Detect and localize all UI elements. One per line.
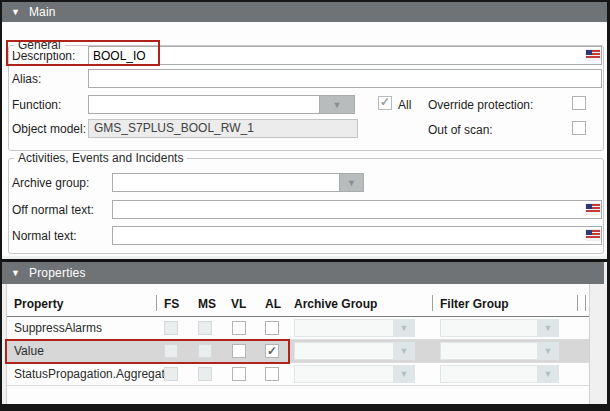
- function-combobox-value[interactable]: [88, 95, 319, 114]
- dropdown-button[interactable]: ▼: [537, 319, 559, 337]
- function-combobox[interactable]: ▼: [88, 95, 355, 114]
- collapse-icon[interactable]: ▼: [11, 8, 20, 17]
- dropdown-arrow-icon: ▼: [544, 369, 553, 379]
- fs-checkbox: [164, 344, 178, 358]
- archive-group-dropdown-button[interactable]: ▼: [339, 173, 364, 192]
- dropdown-arrow-icon: ▼: [400, 346, 409, 356]
- column-header-vl: VL: [231, 297, 246, 311]
- alias-label: Alias:: [12, 72, 41, 86]
- language-flag-icon: [586, 204, 600, 214]
- all-checkbox-label: All: [398, 98, 411, 112]
- fs-checkbox: [164, 367, 178, 381]
- filter-group-cell-combobox[interactable]: ▼: [440, 342, 559, 360]
- al-checkbox[interactable]: [265, 321, 279, 335]
- vl-checkbox[interactable]: [232, 367, 246, 381]
- property-name: SuppressAlarms: [14, 321, 102, 335]
- dropdown-button[interactable]: ▼: [393, 342, 415, 360]
- column-header-filter-group: Filter Group: [440, 297, 509, 311]
- filter-group-cell-combobox[interactable]: ▼: [440, 365, 559, 383]
- archive-group-combobox-value[interactable]: [112, 173, 339, 192]
- archive-group-cell-combobox[interactable]: ▼: [294, 342, 415, 360]
- filter-group-cell-combobox[interactable]: ▼: [440, 319, 559, 337]
- properties-table: Property FS MS VL AL Archive Group Filte…: [6, 284, 590, 404]
- ms-checkbox: [198, 367, 212, 381]
- al-checkbox[interactable]: [265, 367, 279, 381]
- dropdown-button[interactable]: ▼: [393, 365, 415, 383]
- column-separator: [577, 295, 578, 311]
- column-header-al: AL: [265, 297, 281, 311]
- panel-content: ▼ Main General Description: Alias: Funct…: [2, 2, 607, 404]
- filter-group-cell-value[interactable]: [440, 365, 537, 383]
- filter-group-cell-value[interactable]: [440, 319, 537, 337]
- out-of-scan-label: Out of scan:: [428, 123, 493, 137]
- activities-group-label: Activities, Events and Incidents: [14, 151, 187, 165]
- out-of-scan-checkbox[interactable]: [572, 121, 586, 135]
- dropdown-button[interactable]: ▼: [537, 342, 559, 360]
- archive-group-cell-value[interactable]: [294, 342, 393, 360]
- archive-group-cell-value[interactable]: [294, 365, 393, 383]
- object-model-field: GMS_S7PLUS_BOOL_RW_1: [88, 119, 358, 138]
- dropdown-arrow-icon: ▼: [333, 100, 342, 110]
- override-protection-checkbox[interactable]: [572, 96, 586, 110]
- alias-input[interactable]: [88, 69, 602, 88]
- property-name: Value: [14, 344, 44, 358]
- dropdown-arrow-icon: ▼: [400, 323, 409, 333]
- override-protection-label: Override protection:: [428, 98, 533, 112]
- vl-checkbox[interactable]: [232, 344, 246, 358]
- column-separator: [585, 295, 586, 311]
- properties-section-title: Properties: [29, 266, 86, 280]
- dropdown-arrow-icon: ▼: [544, 323, 553, 333]
- archive-group-combobox[interactable]: ▼: [112, 173, 364, 192]
- function-dropdown-button[interactable]: ▼: [319, 95, 355, 114]
- check-icon: ✓: [380, 96, 390, 108]
- column-separator: [432, 295, 433, 311]
- table-row[interactable]: SuppressAlarms ▼ ▼: [7, 317, 589, 340]
- properties-panel: Property FS MS VL AL Archive Group Filte…: [2, 284, 607, 404]
- normal-text-input[interactable]: [112, 226, 602, 245]
- fs-checkbox: [164, 321, 178, 335]
- normal-text-label: Normal text:: [12, 229, 77, 243]
- dropdown-arrow-icon: ▼: [400, 369, 409, 379]
- dropdown-arrow-icon: ▼: [544, 346, 553, 356]
- column-header-fs: FS: [164, 297, 179, 311]
- general-group-label: General: [14, 38, 65, 52]
- off-normal-text-label: Off normal text:: [12, 203, 94, 217]
- table-row[interactable]: Value ✓ ▼ ▼: [7, 340, 589, 363]
- dropdown-button[interactable]: ▼: [537, 365, 559, 383]
- all-checkbox[interactable]: ✓: [378, 96, 392, 110]
- vl-checkbox[interactable]: [232, 321, 246, 335]
- collapse-icon[interactable]: ▼: [11, 269, 20, 278]
- language-flag-icon: [586, 50, 600, 60]
- column-header-property: Property: [14, 297, 63, 311]
- archive-group-label: Archive group:: [12, 176, 89, 190]
- dropdown-arrow-icon: ▼: [347, 178, 356, 188]
- function-label: Function:: [12, 98, 61, 112]
- column-header-ms: MS: [198, 297, 216, 311]
- al-checkbox[interactable]: ✓: [265, 344, 279, 358]
- main-section-header[interactable]: ▼ Main: [2, 2, 607, 22]
- object-model-label: Object model:: [12, 122, 86, 136]
- ms-checkbox: [198, 321, 212, 335]
- archive-group-cell-value[interactable]: [294, 319, 393, 337]
- main-panel: General Description: Alias: Function: ▼ …: [2, 22, 607, 256]
- main-section-title: Main: [29, 5, 56, 19]
- check-icon: ✓: [267, 345, 277, 357]
- column-header-archive-group: Archive Group: [294, 297, 377, 311]
- property-name: StatusPropagation.Aggregat: [14, 367, 165, 381]
- archive-group-cell-combobox[interactable]: ▼: [294, 319, 415, 337]
- language-flag-icon: [586, 230, 600, 240]
- archive-group-cell-combobox[interactable]: ▼: [294, 365, 415, 383]
- description-input[interactable]: [88, 46, 602, 65]
- property-panel-window: ▼ Main General Description: Alias: Funct…: [0, 0, 610, 411]
- properties-section-header[interactable]: ▼ Properties: [2, 262, 604, 284]
- off-normal-text-input[interactable]: [112, 200, 602, 219]
- table-row[interactable]: StatusPropagation.Aggregat ▼ ▼: [7, 363, 589, 386]
- dropdown-button[interactable]: ▼: [393, 319, 415, 337]
- filter-group-cell-value[interactable]: [440, 342, 537, 360]
- ms-checkbox: [198, 344, 212, 358]
- column-separator: [156, 295, 157, 311]
